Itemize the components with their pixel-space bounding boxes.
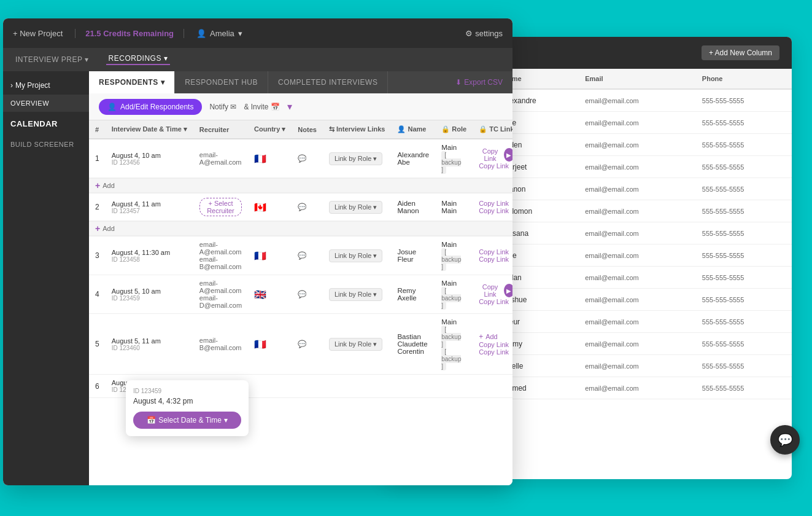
table-row: 5 August 5, 11 am ID 123460 email-B@emai… (89, 314, 512, 375)
row-date[interactable]: August 4, 10 am ID 123456 (106, 139, 193, 178)
copy-link-button-2[interactable]: Copy Link (479, 348, 509, 356)
export-csv-button[interactable]: ⬇ Export CSV (446, 71, 512, 93)
table-row: 3 August 4, 11:30 am ID 123458 email-A@e… (89, 237, 512, 275)
col-tc-link: 🔒 TC Link (473, 120, 512, 139)
add-edit-respondents-button[interactable]: 👤 Add/Edit Respondents (99, 99, 202, 115)
col-name: 👤 Name (391, 120, 435, 139)
tab-completed-interviews[interactable]: COMPLETED INTERVIEWS (268, 71, 388, 93)
respondents-area: RESPONDENTS ▾ RESPONDENT HUB COMPLETED I… (89, 71, 512, 485)
link-by-role-button[interactable]: Link by Role ▾ (329, 249, 383, 262)
role-backup-2: [ backup ] (441, 348, 466, 370)
row-notes[interactable]: 💬 (292, 194, 323, 221)
copy-link-button[interactable]: Copy Link (479, 341, 509, 348)
row-names (391, 375, 435, 398)
select-date-time-button[interactable]: 📅 Select Date & Time ▾ (133, 412, 241, 429)
row-links (323, 375, 392, 398)
settings-area[interactable]: ⚙ settings (465, 29, 503, 38)
row-roles: Main [ backup ] [ backup ] (435, 314, 473, 375)
email-cell: email@email.com (578, 222, 695, 244)
link-by-role-button[interactable]: Link by Role ▾ (329, 152, 383, 165)
add-label[interactable]: Add (102, 182, 115, 189)
row-notes[interactable]: 💬 (292, 237, 323, 275)
tab-respondents[interactable]: RESPONDENTS ▾ (89, 71, 175, 93)
copy-link-button-1[interactable]: Copy Link (479, 147, 501, 162)
add-label[interactable]: Add (102, 225, 115, 232)
chat-bubble[interactable]: 💬 (770, 425, 800, 455)
user-area[interactable]: 👤 Amelia ▾ (196, 29, 242, 38)
copy-link-button-2[interactable]: Copy Link (479, 256, 509, 263)
row-num: 5 (89, 314, 106, 375)
row-notes[interactable]: 💬 (292, 314, 323, 375)
copy-link-button[interactable]: Copy Link (479, 200, 509, 207)
table-separator-row: + Add (89, 221, 512, 237)
add-column-button[interactable]: + Add New Column (702, 45, 779, 60)
copy-link-button[interactable]: Copy Link (479, 283, 501, 298)
role-backup: [ backup ] (441, 287, 466, 309)
add-edit-label: Add/Edit Respondents (120, 103, 193, 111)
notify-button[interactable]: Notify ✉ (209, 103, 236, 111)
email-cell: email@email.com (578, 377, 695, 399)
row-date[interactable]: August 4, 11 am ID 123457 (106, 194, 193, 221)
person-name-2: Claudette (397, 340, 429, 348)
link-by-role-button[interactable]: Link by Role ▾ (329, 338, 383, 351)
invite-button[interactable]: & Invite 📅 (244, 103, 279, 111)
phone-cell: 555-555-5555 (695, 156, 792, 178)
link-by-role-button[interactable]: Link by Role ▾ (329, 201, 383, 214)
tab-respondent-hub[interactable]: RESPONDENT HUB (175, 71, 268, 93)
row-links[interactable]: Link by Role ▾ (323, 237, 392, 275)
action-bar: 👤 Add/Edit Respondents Notify ✉ & Invite… (89, 93, 512, 120)
play-button[interactable]: ▶ (504, 148, 512, 162)
person-name-2: Manon (397, 207, 429, 214)
phone-cell: 555-555-5555 (695, 112, 792, 134)
email-cell: email@email.com (578, 112, 695, 134)
sidebar-item-build-screener[interactable]: BUILD SCREENER (3, 136, 89, 153)
play-button-2[interactable]: ▶ (504, 284, 512, 297)
row-tc-links: + Add Copy Link Copy Link (473, 314, 512, 375)
row-country (248, 375, 292, 398)
select-recruiter-button[interactable]: + Select Recruiter (199, 198, 242, 216)
sidebar-project-name[interactable]: › My Project (3, 76, 89, 95)
link-by-role-button[interactable]: Link by Role ▾ (329, 288, 383, 301)
recruiter-email-2: email-B@email.com (199, 256, 242, 270)
sidebar-item-overview[interactable]: OVERVIEW (3, 95, 89, 112)
row-links[interactable]: Link by Role ▾ (323, 314, 392, 375)
new-project-button[interactable]: + New Project (13, 29, 63, 38)
row-date[interactable]: August 4, 11:30 am ID 123458 (106, 237, 193, 275)
add-link[interactable]: Add (485, 333, 498, 340)
phone-cell: 555-555-5555 (695, 244, 792, 267)
top-nav: + New Project 21.5 Credits Remaining 👤 A… (3, 18, 512, 48)
row-date[interactable]: August 5, 11 am ID 123460 (106, 314, 193, 375)
person-name: Aiden (397, 200, 429, 207)
sidebar-item-calendar[interactable]: CALENDAR (3, 112, 89, 136)
col-interview-links: ⇆ Interview Links (323, 120, 392, 139)
email-cell: email@email.com (578, 244, 695, 267)
row-links[interactable]: Link by Role ▾ (323, 139, 392, 178)
row-links[interactable]: Link by Role ▾ (323, 194, 392, 221)
row-roles: Main [ backup ] (435, 237, 473, 275)
col-interview-date: Interview Date & Time ▾ (106, 120, 193, 139)
person-name: Alexandre (397, 151, 429, 158)
flag-ca: 🇨🇦 (254, 202, 266, 213)
row-roles: Main [ backup ] (435, 139, 473, 178)
copy-link-button[interactable]: Copy Link (479, 248, 509, 256)
copy-link-button-2[interactable]: Copy Link (479, 162, 509, 170)
email-cell: email@email.com (578, 311, 695, 333)
nav-recordings[interactable]: RECORDINGS ▾ (106, 54, 171, 65)
copy-link-button-2[interactable]: Copy Link (479, 298, 509, 305)
chevron-right-icon: › (10, 81, 13, 90)
table-separator-row: + Add (89, 178, 512, 194)
role-main: Main (441, 318, 466, 326)
row-notes[interactable]: 💬 (292, 275, 323, 314)
nav-interview-prep[interactable]: INTERVIEW PREP ▾ (13, 55, 91, 64)
row-links[interactable]: Link by Role ▾ (323, 275, 392, 314)
table-row: 2 August 4, 11 am ID 123457 + Select Rec… (89, 194, 512, 221)
row-country: 🇫🇷 (248, 314, 292, 375)
row-names: Bastian Claudette Corentin (391, 314, 435, 375)
copy-link-button-2[interactable]: Copy Link (479, 207, 509, 214)
notes-icon: 💬 (298, 291, 306, 298)
dropdown-icon: ▾ (224, 416, 228, 424)
row-notes (292, 375, 323, 398)
row-notes[interactable]: 💬 (292, 139, 323, 178)
table-header-row: # Interview Date & Time ▾ Recruiter Coun… (89, 120, 512, 139)
row-date[interactable]: August 5, 10 am ID 123459 (106, 275, 193, 314)
